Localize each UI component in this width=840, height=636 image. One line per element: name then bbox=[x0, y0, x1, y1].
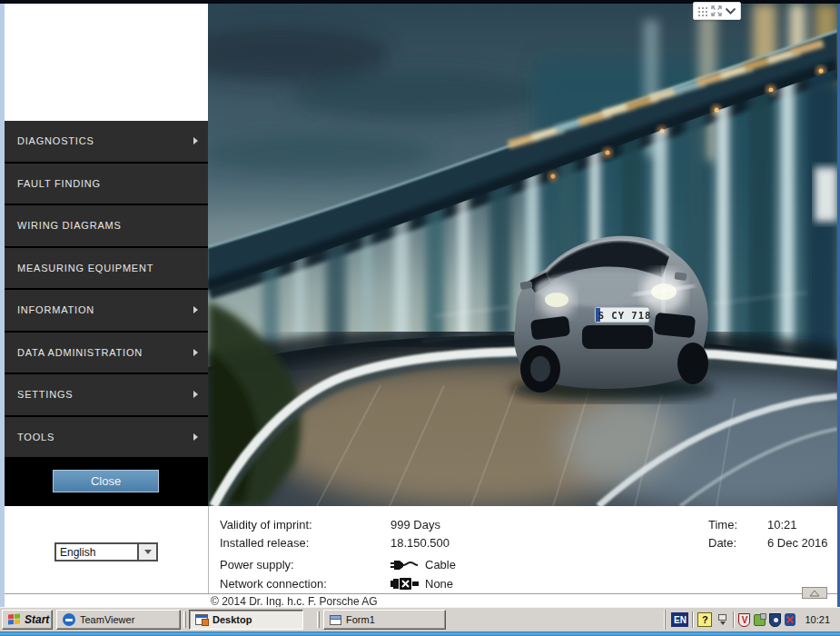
window-bottom-border bbox=[0, 631, 840, 636]
status-panel: Validity of imprint: 999 Days Time: 10:2… bbox=[208, 506, 837, 607]
menu-item-label: SETTINGS bbox=[5, 389, 73, 400]
status-value: 999 Days bbox=[390, 518, 440, 532]
menu-item-label: FAULT FINDING bbox=[5, 178, 101, 189]
power-plug-icon bbox=[390, 560, 420, 571]
status-value: 18.150.500 bbox=[390, 536, 450, 550]
date-label: Date: bbox=[708, 536, 736, 550]
brand-logo-area bbox=[5, 4, 208, 121]
menu-item-wiring-diagrams[interactable]: WIRING DIAGRAMS bbox=[5, 205, 208, 248]
status-value: Cable bbox=[390, 558, 456, 571]
remote-view-toolbar bbox=[693, 2, 741, 20]
taskbar-button-form1[interactable]: Form1 bbox=[323, 610, 446, 630]
taskbar-grip[interactable] bbox=[317, 611, 320, 628]
date-value: 6 Dec 2016 bbox=[767, 536, 828, 550]
status-label: Validity of imprint: bbox=[220, 518, 312, 532]
start-button[interactable]: Start bbox=[2, 610, 53, 630]
menu-item-data-administration[interactable]: DATA ADMINISTRATION bbox=[5, 333, 208, 375]
scroll-up-button[interactable] bbox=[802, 587, 827, 599]
submenu-arrow-icon bbox=[193, 137, 198, 144]
menu-item-tools[interactable]: TOOLS bbox=[5, 417, 208, 458]
remote-desktop-screen: { "sidebar": { "menu": [ { "label": "DIA… bbox=[0, 0, 840, 636]
time-value: 10:21 bbox=[767, 518, 797, 532]
status-value: None bbox=[390, 577, 453, 591]
license-plate: S CY 718 bbox=[595, 307, 651, 323]
license-plate-text: S CY 718 bbox=[598, 310, 652, 321]
taskbar-button-label: Form1 bbox=[346, 614, 375, 625]
usb-device-icon[interactable] bbox=[754, 614, 766, 626]
splash-image-scene: S CY 718 bbox=[208, 4, 837, 506]
taskbar-button-label: Desktop bbox=[212, 614, 252, 625]
chevron-down-icon[interactable] bbox=[725, 6, 736, 15]
hidden-icons-button[interactable] bbox=[716, 611, 729, 628]
menu-item-information[interactable]: INFORMATION bbox=[5, 290, 208, 333]
system-tray: EN ? V 10:21 bbox=[665, 610, 837, 630]
menu-item-label: DIAGNOSTICS bbox=[5, 135, 94, 146]
splash-image: S CY 718 bbox=[208, 4, 837, 506]
submenu-arrow-icon bbox=[193, 433, 198, 441]
menu-item-label: MEASURING EQUIPMENT bbox=[5, 263, 153, 273]
start-button-label: Start bbox=[25, 613, 49, 626]
copyright-divider bbox=[5, 593, 837, 594]
tray-separator bbox=[692, 611, 694, 628]
menu-item-label: DATA ADMINISTRATION bbox=[5, 347, 143, 358]
teamviewer-icon bbox=[63, 613, 75, 626]
copyright-text: © 2014 Dr. Ing. h.c. F. Porsche AG bbox=[211, 595, 378, 608]
window-glyph-icon bbox=[718, 614, 726, 621]
menu-item-diagnostics[interactable]: DIAGNOSTICS bbox=[5, 121, 208, 164]
help-icon[interactable]: ? bbox=[697, 612, 712, 627]
taskbar-button-desktop[interactable]: Desktop bbox=[189, 610, 303, 630]
language-dropdown-button[interactable] bbox=[137, 544, 156, 560]
taskbar-grip[interactable] bbox=[183, 611, 186, 628]
close-button[interactable]: Close bbox=[53, 470, 159, 492]
submenu-arrow-icon bbox=[193, 306, 198, 313]
security-shield-icon[interactable] bbox=[769, 613, 781, 627]
sidebar-footer: Close bbox=[5, 457, 208, 506]
desktop-window-icon bbox=[195, 614, 208, 625]
windows-logo-icon bbox=[8, 613, 20, 626]
tray-separator bbox=[733, 611, 735, 628]
status-value-text: None bbox=[425, 577, 453, 591]
chevron-down-icon bbox=[144, 550, 152, 554]
taskbar-button-label: TeamViewer bbox=[80, 614, 134, 625]
menu-item-label: TOOLS bbox=[5, 432, 54, 442]
antivirus-shield-icon[interactable]: V bbox=[738, 613, 750, 627]
submenu-arrow-icon bbox=[193, 391, 198, 398]
language-select-value: English bbox=[56, 544, 137, 560]
taskbar-clock[interactable]: 10:21 bbox=[799, 614, 833, 625]
menu-item-fault-finding[interactable]: FAULT FINDING bbox=[5, 164, 208, 206]
panel-divider bbox=[208, 506, 209, 593]
menu-item-measuring-equipment[interactable]: MEASURING EQUIPMENT bbox=[5, 248, 208, 291]
language-panel: English bbox=[5, 506, 208, 607]
status-label: Network connection: bbox=[220, 577, 327, 591]
status-label: Power supply: bbox=[220, 558, 294, 571]
form-window-icon bbox=[330, 615, 341, 625]
bluetooth-icon[interactable] bbox=[785, 613, 796, 626]
menu-item-label: WIRING DIAGRAMS bbox=[5, 220, 122, 231]
taskbar-button-teamviewer[interactable]: TeamViewer bbox=[56, 610, 181, 630]
status-label: Installed release: bbox=[220, 536, 309, 550]
submenu-arrow-icon bbox=[193, 349, 198, 356]
triangle-up-icon bbox=[809, 590, 820, 597]
time-label: Time: bbox=[708, 518, 737, 532]
language-indicator[interactable]: EN bbox=[671, 612, 688, 627]
taskbar: Start TeamViewer Desktop Form1 EN ? V bbox=[0, 607, 840, 631]
chevron-down-icon bbox=[720, 621, 726, 625]
status-value-text: Cable bbox=[425, 558, 456, 571]
menu-item-label: INFORMATION bbox=[5, 304, 94, 315]
fullscreen-expand-icon[interactable] bbox=[711, 5, 722, 16]
language-select[interactable]: English bbox=[54, 542, 158, 561]
network-disconnected-icon bbox=[390, 578, 420, 590]
main-menu: DIAGNOSTICS FAULT FINDING WIRING DIAGRAM… bbox=[5, 121, 208, 457]
grid-icon[interactable] bbox=[697, 6, 707, 16]
menu-item-settings[interactable]: SETTINGS bbox=[5, 374, 208, 417]
